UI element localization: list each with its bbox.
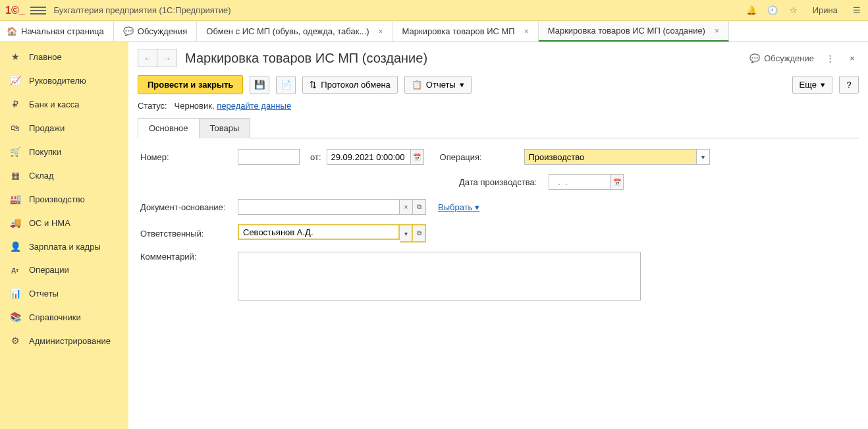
bell-icon[interactable]: 🔔 xyxy=(746,5,757,16)
operation-label: Операция: xyxy=(440,152,519,162)
tab-marking-create[interactable]: Маркировка товаров ИС МП (создание) × xyxy=(539,21,729,42)
star-icon: ★ xyxy=(9,51,21,62)
user-name[interactable]: Ирина xyxy=(813,5,838,15)
protocol-label: Протокол обмена xyxy=(321,80,391,90)
sidebar-label: Администрирование xyxy=(29,336,111,346)
sidebar-label: Отчеты xyxy=(29,289,59,299)
books-icon: 📚 xyxy=(9,312,21,322)
sidebar-item-main[interactable]: ★Главное xyxy=(0,45,128,69)
forward-button[interactable]: → xyxy=(157,49,177,67)
chevron-down-icon[interactable]: ▾ xyxy=(697,149,710,165)
bag-icon: 🛍 xyxy=(9,123,21,133)
titlebar: 1©_ Бухгалтерия предприятия (1С:Предприя… xyxy=(0,0,868,21)
reports-button[interactable]: 📋Отчеты▾ xyxy=(404,76,472,94)
help-button[interactable]: ? xyxy=(839,76,859,94)
sidebar-item-bank[interactable]: ₽Банк и касса xyxy=(0,92,128,116)
sidebar-item-admin[interactable]: ⚙Администрирование xyxy=(0,329,128,353)
home-icon: 🏠 xyxy=(7,26,17,36)
tab-marking-1[interactable]: Маркировка товаров ИС МП × xyxy=(393,21,539,42)
gear-icon: ⚙ xyxy=(9,335,21,346)
chevron-down-icon: ▾ xyxy=(821,80,825,90)
nav-arrows: ← → xyxy=(138,49,177,67)
sidebar-item-operations[interactable]: ДтОперации xyxy=(0,258,128,281)
number-input[interactable] xyxy=(238,149,300,165)
doc-base-label: Документ-основание: xyxy=(140,202,232,212)
tab-home[interactable]: 🏠 Начальная страница xyxy=(0,21,114,42)
sidebar-item-sales[interactable]: 🛍Продажи xyxy=(0,116,128,140)
inner-tabs: Основное Товары xyxy=(138,117,859,138)
select-link-label: Выбрать xyxy=(438,202,472,212)
report-icon: 📋 xyxy=(412,80,422,90)
tab-discussions[interactable]: 💬 Обсуждения xyxy=(114,21,198,42)
sidebar-item-production[interactable]: 🏭Производство xyxy=(0,187,128,211)
sync-icon: ⇅ xyxy=(310,80,317,90)
sidebar-label: Зарплата и кадры xyxy=(29,242,101,252)
calendar-icon[interactable]: 📅 xyxy=(411,149,424,165)
post-button[interactable]: 📄 xyxy=(276,76,296,94)
sidebar-label: Справочники xyxy=(29,312,81,322)
chevron-down-icon[interactable]: ▾ xyxy=(400,224,413,243)
tab-home-label: Начальная страница xyxy=(21,26,104,36)
more-icon[interactable]: ⋮ xyxy=(823,51,836,65)
sidebar-label: Продажи xyxy=(29,123,65,133)
sidebar-item-catalogs[interactable]: 📚Справочники xyxy=(0,305,128,329)
number-label: Номер: xyxy=(140,152,232,162)
chat-icon: 💬 xyxy=(123,26,134,36)
status-link[interactable]: передайте данные xyxy=(217,101,291,111)
history-icon[interactable]: 🕘 xyxy=(767,5,778,16)
doc-base-input[interactable] xyxy=(238,199,400,215)
calendar-icon[interactable]: 📅 xyxy=(610,174,624,190)
sidebar-item-reports[interactable]: 📊Отчеты xyxy=(0,281,128,305)
bars-icon: 📊 xyxy=(9,288,21,299)
sidebar-label: Покупки xyxy=(29,147,61,157)
close-icon[interactable]: × xyxy=(715,26,719,36)
prod-date-label: Дата производства: xyxy=(459,177,543,187)
comment-textarea[interactable] xyxy=(238,252,641,300)
status-label: Статус: xyxy=(138,101,167,111)
tab-exchange[interactable]: Обмен с ИС МП (обувь, одежда, табак...) … xyxy=(197,21,393,42)
toolbar: Провести и закрыть 💾 📄 ⇅Протокол обмена … xyxy=(138,75,859,94)
from-label: от: xyxy=(310,152,321,162)
status-value: Черновик, xyxy=(175,101,215,111)
clear-icon[interactable]: × xyxy=(400,199,413,215)
menu-icon[interactable] xyxy=(30,3,46,18)
open-icon[interactable]: ⧉ xyxy=(413,224,426,243)
close-icon[interactable]: × xyxy=(524,27,529,36)
titlebar-icons: 🔔 🕘 ☆ Ирина ☰ xyxy=(746,5,863,16)
page-title: Маркировка товаров ИС МП (создание) xyxy=(185,51,749,66)
more-label: Еще xyxy=(800,80,817,90)
close-icon[interactable]: × xyxy=(379,27,383,36)
sidebar-label: Руководителю xyxy=(29,76,86,86)
tab-label: Обсуждения xyxy=(138,26,188,36)
main-content: ← → Маркировка товаров ИС МП (создание) … xyxy=(128,42,868,429)
prod-date-input[interactable] xyxy=(549,174,610,190)
tab-main[interactable]: Основное xyxy=(138,118,200,138)
discussion-button[interactable]: 💬Обсуждение xyxy=(749,53,814,63)
settings-icon[interactable]: ☰ xyxy=(851,5,863,16)
tab-goods[interactable]: Товары xyxy=(199,118,251,138)
more-button[interactable]: Еще▾ xyxy=(792,76,832,94)
post-close-button[interactable]: Провести и закрыть xyxy=(138,75,243,94)
responsible-input[interactable] xyxy=(238,224,400,240)
cart-icon: 🛒 xyxy=(9,146,21,157)
sidebar-item-purchases[interactable]: 🛒Покупки xyxy=(0,140,128,163)
open-icon[interactable]: ⧉ xyxy=(413,199,426,215)
sidebar-item-assets[interactable]: 🚚ОС и НМА xyxy=(0,211,128,235)
ruble-icon: ₽ xyxy=(9,99,21,109)
grid-icon: ▦ xyxy=(9,170,21,181)
sidebar-item-warehouse[interactable]: ▦Склад xyxy=(0,163,128,187)
close-icon[interactable]: × xyxy=(846,51,859,65)
operation-select[interactable] xyxy=(524,149,697,165)
sidebar-item-manager[interactable]: 📈Руководителю xyxy=(0,69,128,92)
back-button[interactable]: ← xyxy=(138,49,157,67)
sidebar-label: Операции xyxy=(29,265,69,275)
sidebar-label: Производство xyxy=(29,194,85,204)
select-link[interactable]: Выбрать ▾ xyxy=(438,202,479,212)
protocol-button[interactable]: ⇅Протокол обмена xyxy=(302,76,398,94)
save-button[interactable]: 💾 xyxy=(250,76,269,94)
dt-icon: Дт xyxy=(9,267,21,273)
date-input[interactable] xyxy=(327,149,411,165)
sidebar-item-salary[interactable]: 👤Зарплата и кадры xyxy=(0,235,128,258)
person-icon: 👤 xyxy=(9,241,21,252)
star-icon[interactable]: ☆ xyxy=(788,5,800,16)
